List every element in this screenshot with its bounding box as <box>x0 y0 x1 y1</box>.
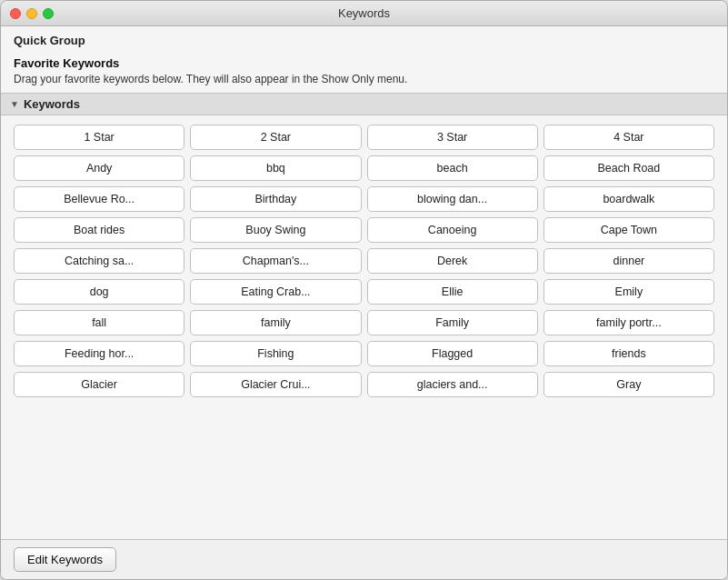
keyword-button[interactable]: Fishing <box>190 341 361 366</box>
keyword-button[interactable]: 4 Star <box>544 125 714 150</box>
maximize-button[interactable] <box>43 8 54 19</box>
keyword-button[interactable]: Feeding hor... <box>14 341 184 366</box>
keyword-button[interactable]: Family <box>367 310 538 335</box>
keywords-section-header: ▼ Keywords <box>1 93 727 115</box>
keyword-button[interactable]: 1 Star <box>14 125 184 150</box>
keyword-button[interactable]: boardwalk <box>544 186 714 212</box>
keyword-button[interactable]: fall <box>14 310 184 335</box>
window-title: Keywords <box>338 6 390 20</box>
minimize-button[interactable] <box>26 8 37 19</box>
keyword-button[interactable]: Canoeing <box>367 217 538 243</box>
keyword-button[interactable]: Glacier <box>14 372 184 397</box>
keyword-button[interactable]: family portr... <box>544 310 714 335</box>
keyword-button[interactable]: Ellie <box>367 279 538 305</box>
keyword-button[interactable]: friends <box>544 341 714 366</box>
keyword-button[interactable]: glaciers and... <box>367 372 538 397</box>
keyword-button[interactable]: Flagged <box>367 341 538 366</box>
keywords-header-label: Keywords <box>24 97 80 111</box>
traffic-lights <box>10 8 54 19</box>
keyword-button[interactable]: Emily <box>544 279 714 305</box>
keyword-button[interactable]: beach <box>367 155 538 181</box>
main-content: Quick Group Favorite Keywords Drag your … <box>1 26 727 579</box>
keyword-button[interactable]: Bellevue Ro... <box>14 186 184 212</box>
keyword-button[interactable]: Derek <box>367 248 538 274</box>
keyword-button[interactable]: Eating Crab... <box>190 279 361 305</box>
keyword-button[interactable]: Beach Road <box>544 155 714 181</box>
keyword-button[interactable]: family <box>190 310 361 335</box>
keyword-button[interactable]: Glacier Crui... <box>190 372 361 397</box>
quick-group-label: Quick Group <box>1 26 727 51</box>
keyword-button[interactable]: blowing dan... <box>367 186 538 212</box>
keywords-grid-wrapper: 1 Star2 Star3 Star4 StarAndybbqbeachBeac… <box>1 115 727 539</box>
keyword-button[interactable]: Cape Town <box>544 217 714 243</box>
favorite-title: Favorite Keywords <box>14 56 714 70</box>
keyword-button[interactable]: 2 Star <box>190 125 361 150</box>
titlebar: Keywords <box>1 1 727 26</box>
keyword-button[interactable]: Chapman's... <box>190 248 361 274</box>
favorite-description: Drag your favorite keywords below. They … <box>14 73 714 85</box>
chevron-down-icon: ▼ <box>10 99 19 109</box>
keyword-button[interactable]: 3 Star <box>367 125 538 150</box>
keyword-button[interactable]: Boat rides <box>14 217 184 243</box>
keyword-button[interactable]: Birthday <box>190 186 361 212</box>
keyword-button[interactable]: Gray <box>544 372 714 397</box>
favorite-section: Favorite Keywords Drag your favorite key… <box>1 51 727 93</box>
keyword-button[interactable]: Catching sa... <box>14 248 184 274</box>
edit-keywords-button[interactable]: Edit Keywords <box>14 547 116 572</box>
keyword-button[interactable]: Buoy Swing <box>190 217 361 243</box>
close-button[interactable] <box>10 8 21 19</box>
footer: Edit Keywords <box>1 539 727 579</box>
keywords-grid: 1 Star2 Star3 Star4 StarAndybbqbeachBeac… <box>14 125 714 397</box>
keyword-button[interactable]: dog <box>14 279 184 305</box>
keyword-button[interactable]: Andy <box>14 155 184 181</box>
keyword-button[interactable]: dinner <box>544 248 714 274</box>
keywords-window: Keywords Quick Group Favorite Keywords D… <box>0 0 728 580</box>
keyword-button[interactable]: bbq <box>190 155 361 181</box>
